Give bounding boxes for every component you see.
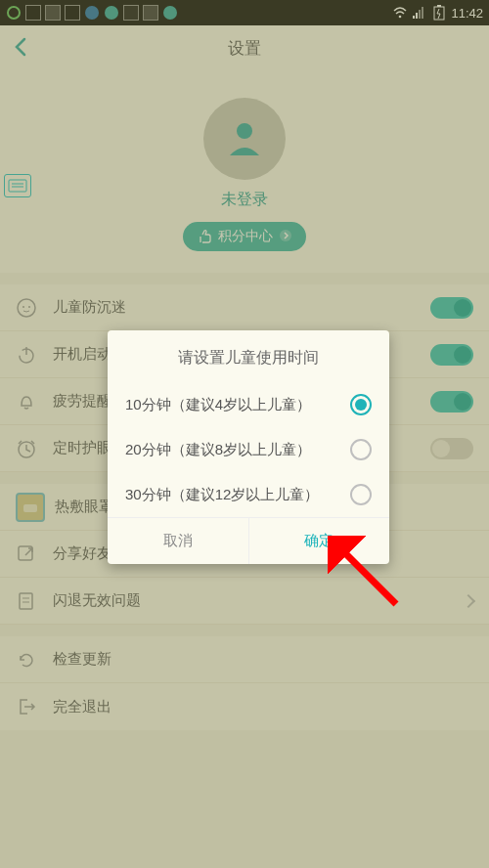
time-limit-dialog: 请设置儿童使用时间 10分钟（建议4岁以上儿童） 20分钟（建议8岁以上儿童） …	[108, 330, 389, 564]
dialog-title: 请设置儿童使用时间	[108, 330, 389, 382]
ok-button[interactable]: 确定	[249, 518, 390, 564]
radio-button[interactable]	[350, 394, 372, 415]
option-label: 10分钟（建议4岁以上儿童）	[125, 396, 311, 414]
option-label: 30分钟（建议12岁以上儿童）	[125, 486, 319, 504]
option-30min[interactable]: 30分钟（建议12岁以上儿童）	[108, 472, 389, 517]
option-label: 20分钟（建议8岁以上儿童）	[125, 441, 311, 459]
dialog-actions: 取消 确定	[108, 517, 389, 564]
option-20min[interactable]: 20分钟（建议8岁以上儿童）	[108, 427, 389, 472]
radio-button[interactable]	[350, 484, 372, 505]
radio-button[interactable]	[350, 439, 372, 460]
cancel-button[interactable]: 取消	[108, 518, 249, 564]
option-10min[interactable]: 10分钟（建议4岁以上儿童）	[108, 382, 389, 427]
